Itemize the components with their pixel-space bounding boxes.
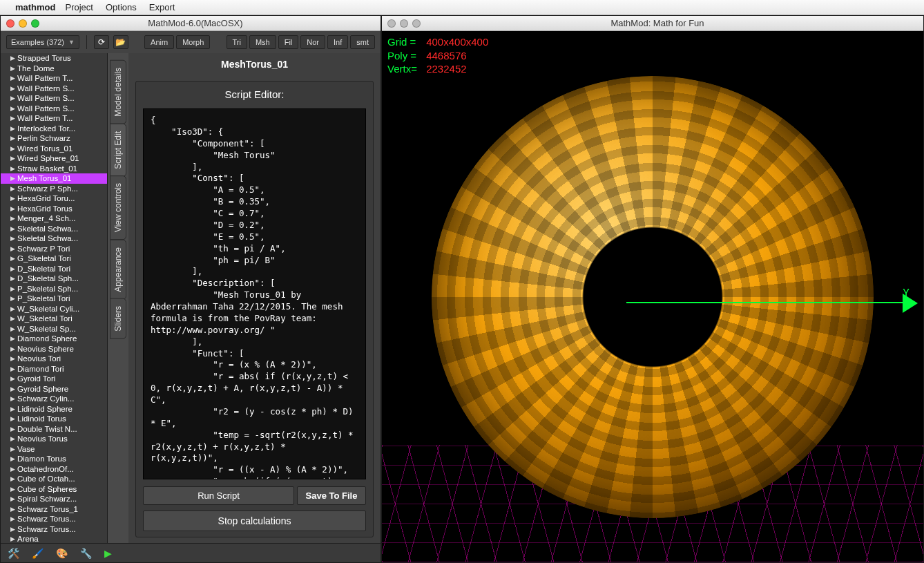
tree-item[interactable]: ▶P_Skeletal Tori bbox=[1, 294, 107, 304]
tree-item[interactable]: ▶Cube of Octah... bbox=[1, 474, 107, 484]
run-script-button[interactable]: Run Script bbox=[143, 486, 294, 505]
close-icon[interactable] bbox=[387, 19, 396, 28]
tree-item[interactable]: ▶Straw Basket_01 bbox=[1, 164, 107, 174]
brush-icon[interactable]: 🖌️ bbox=[32, 548, 44, 559]
tree-item-label: W_Skeletal Sp... bbox=[17, 325, 76, 333]
triangle-right-icon: ▶ bbox=[10, 295, 17, 302]
stop-calculations-button[interactable]: Stop calculations bbox=[143, 510, 366, 531]
tree-item[interactable]: ▶Wall Pattern S... bbox=[1, 93, 107, 104]
menu-options[interactable]: Options bbox=[106, 2, 137, 12]
tree-item[interactable]: ▶W_Skeletal Tori bbox=[1, 314, 107, 324]
tree-item[interactable]: ▶Wall Pattern S... bbox=[1, 104, 107, 114]
tree-item[interactable]: ▶The Dome bbox=[1, 64, 107, 74]
tree-item[interactable]: ▶Diamond Sphere bbox=[1, 334, 107, 344]
tree-item-label: Schwarz P Tori bbox=[17, 245, 70, 253]
tree-item[interactable]: ▶Schwarz P Sph... bbox=[1, 184, 107, 194]
tri-button[interactable]: Tri bbox=[227, 35, 247, 49]
triangle-right-icon: ▶ bbox=[10, 355, 17, 362]
wrench-icon[interactable]: 🔧 bbox=[80, 548, 92, 559]
examples-combo[interactable]: Examples (372) ▼ bbox=[6, 35, 79, 49]
tab-view-controls[interactable]: View controls bbox=[110, 175, 126, 240]
tree-item[interactable]: ▶G_Skeletal Tori bbox=[1, 254, 107, 264]
triangle-right-icon: ▶ bbox=[10, 145, 17, 152]
tab-model-details[interactable]: Model details bbox=[110, 60, 126, 124]
tree-item[interactable]: ▶Schwarz Torus... bbox=[1, 524, 107, 535]
fil-button[interactable]: Fil bbox=[278, 35, 299, 49]
tree-item[interactable]: ▶W_Skeletal Sp... bbox=[1, 324, 107, 334]
tree-item[interactable]: ▶Neovius Tori bbox=[1, 354, 107, 364]
tree-item-label: Gyroid Tori bbox=[17, 374, 55, 383]
tree-item[interactable]: ▶Diamond Tori bbox=[1, 364, 107, 374]
tree-item[interactable]: ▶Neovius Sphere bbox=[1, 344, 107, 354]
close-icon[interactable] bbox=[6, 19, 15, 28]
tree-item-label: Arena bbox=[17, 535, 39, 543]
anim-button[interactable]: Anim bbox=[144, 35, 174, 49]
tree-item[interactable]: ▶Gyroid Tori bbox=[1, 374, 107, 384]
tree-item[interactable]: ▶Wall Pattern T... bbox=[1, 113, 107, 124]
tree-item[interactable]: ▶Neovius Torus bbox=[1, 434, 107, 444]
triangle-right-icon: ▶ bbox=[10, 305, 17, 312]
tree-item-label: Neovius Sphere bbox=[17, 345, 74, 353]
tree-item-label: D_Skeletal Sph... bbox=[17, 274, 79, 283]
tree-item[interactable]: ▶Lidinoid Torus bbox=[1, 414, 107, 424]
tree-item[interactable]: ▶D_Skeletal Sph... bbox=[1, 274, 107, 284]
triangle-right-icon: ▶ bbox=[10, 475, 17, 482]
tree-item[interactable]: ▶Wired Torus_01 bbox=[1, 144, 107, 154]
tree-item[interactable]: ▶Skeletal Schwa... bbox=[1, 233, 107, 244]
menu-export[interactable]: Export bbox=[149, 2, 175, 12]
tree-item[interactable]: ▶P_Skeletal Sph... bbox=[1, 284, 107, 294]
tree-item[interactable]: ▶Diamon Torus bbox=[1, 454, 107, 464]
tree-item[interactable]: ▶Strapped Torus bbox=[1, 53, 107, 64]
tree-item[interactable]: ▶Schwarz Torus... bbox=[1, 514, 107, 524]
tree-item[interactable]: ▶OctahedronOf... bbox=[1, 464, 107, 475]
tree-item[interactable]: ▶Perlin Schwarz bbox=[1, 133, 107, 144]
menu-project[interactable]: Project bbox=[66, 2, 93, 12]
tree-item[interactable]: ▶Wired Sphere_01 bbox=[1, 153, 107, 164]
tree-item[interactable]: ▶Wall Pattern S... bbox=[1, 84, 107, 94]
tree-item[interactable]: ▶Double Twist N... bbox=[1, 424, 107, 435]
tree-item[interactable]: ▶W_Skeletal Cyli... bbox=[1, 304, 107, 314]
tree-item[interactable]: ▶Gyroid Sphere bbox=[1, 384, 107, 394]
tree-item[interactable]: ▶Vase bbox=[1, 444, 107, 455]
tree-item[interactable]: ▶Lidinoid Sphere bbox=[1, 404, 107, 414]
tab-script-edit[interactable]: Script Edit bbox=[110, 124, 126, 177]
chevron-down-icon: ▼ bbox=[68, 39, 75, 46]
tree-item[interactable]: ▶Interlocked Tor... bbox=[1, 124, 107, 134]
examples-tree[interactable]: ▶Strapped Torus▶The Dome▶Wall Pattern T.… bbox=[1, 53, 108, 543]
tree-item[interactable]: ▶Cube of Spheres bbox=[1, 484, 107, 495]
tree-item-label: Gyroid Sphere bbox=[17, 385, 68, 393]
tree-item[interactable]: ▶Spiral Schwarz... bbox=[1, 494, 107, 504]
refresh-icon[interactable]: ⟳ bbox=[94, 35, 109, 49]
tree-item[interactable]: ▶Schwarz Torus_1 bbox=[1, 504, 107, 515]
tree-item[interactable]: ▶Schwarz P Tori bbox=[1, 244, 107, 254]
tab-appearance[interactable]: Appearance bbox=[110, 240, 126, 300]
tree-item[interactable]: ▶Mesh Torus_01 bbox=[1, 173, 107, 184]
model-name: MeshTorus_01 bbox=[135, 53, 374, 74]
tree-item[interactable]: ▶Wall Pattern T... bbox=[1, 73, 107, 84]
tree-item[interactable]: ▶Arena bbox=[1, 534, 107, 543]
app-name[interactable]: mathmod bbox=[15, 2, 56, 12]
tree-item[interactable]: ▶Skeletal Schwa... bbox=[1, 224, 107, 234]
system-menubar: mathmod Project Options Export bbox=[0, 0, 924, 15]
palette-icon[interactable]: 🎨 bbox=[56, 548, 68, 559]
save-to-file-button[interactable]: Save To File bbox=[297, 486, 366, 505]
msh-button[interactable]: Msh bbox=[249, 35, 276, 49]
script-textarea[interactable]: { "Iso3D": { "Component": [ "Mesh Torus"… bbox=[143, 108, 366, 479]
tree-item[interactable]: ▶Schwarz Cylin... bbox=[1, 394, 107, 404]
tree-item[interactable]: ▶D_Skeletal Tori bbox=[1, 264, 107, 274]
play-icon[interactable]: ▶ bbox=[104, 548, 112, 559]
tree-item[interactable]: ▶HexaGrid Torus bbox=[1, 204, 107, 214]
nor-button[interactable]: Nor bbox=[300, 35, 325, 49]
tree-item[interactable]: ▶HexaGrid Toru... bbox=[1, 193, 107, 204]
axis-y-label: Y bbox=[903, 287, 909, 300]
inf-button[interactable]: Inf bbox=[327, 35, 348, 49]
tree-item-label: Neovius Tori bbox=[17, 354, 61, 363]
tree-item[interactable]: ▶Menger_4 Sch... bbox=[1, 213, 107, 224]
morph-button[interactable]: Morph bbox=[176, 35, 210, 49]
hammer-icon[interactable]: 🛠️ bbox=[8, 548, 19, 559]
tab-sliders[interactable]: Sliders bbox=[110, 298, 126, 339]
smt-button[interactable]: smt bbox=[350, 35, 375, 49]
viewport[interactable]: Grid = 400x400x400 Poly = 4468576 Vertx=… bbox=[382, 31, 923, 562]
tree-item-label: Straw Basket_01 bbox=[17, 164, 77, 173]
folder-open-icon[interactable]: 📂 bbox=[113, 35, 128, 49]
